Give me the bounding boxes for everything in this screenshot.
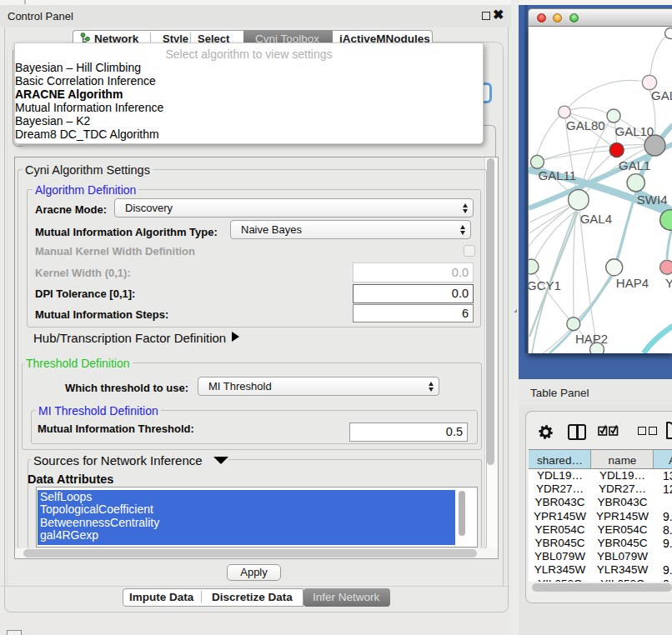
svg-text:GAL7: GAL7 <box>651 88 672 102</box>
svg-text:GAL11: GAL11 <box>539 168 577 182</box>
svg-text:SWI4: SWI4 <box>637 192 668 207</box>
svg-text:GAL4: GAL4 <box>580 212 612 226</box>
svg-text:GCY1: GCY1 <box>529 278 561 292</box>
svg-text:HAP4: HAP4 <box>616 276 649 290</box>
svg-text:GAL10: GAL10 <box>615 124 654 138</box>
svg-text:GAL80: GAL80 <box>566 118 605 132</box>
svg-text:YE: YE <box>665 276 672 290</box>
svg-text:GAL1: GAL1 <box>619 158 650 172</box>
svg-text:HAP2: HAP2 <box>575 332 608 346</box>
